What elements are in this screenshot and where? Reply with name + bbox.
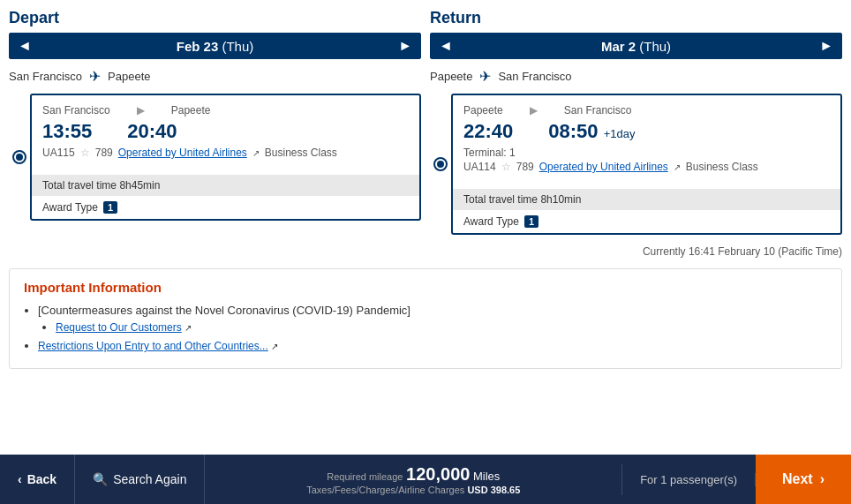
return-dep-time: 22:40: [463, 120, 513, 143]
depart-flight-times: 13:55 20:40: [42, 120, 409, 143]
depart-flight-info: UA115 ☆ 789 Operated by United Airlines …: [42, 147, 409, 159]
depart-cities-header: San Francisco ▶ Papeete: [42, 104, 409, 117]
depart-arrow-thin: ▶: [137, 104, 145, 117]
return-award-type-row: Award Type 1: [453, 210, 840, 233]
return-to-label: San Francisco: [564, 104, 632, 117]
depart-flight-wrapper: San Francisco ▶ Papeete 13:55 20:40 UA11…: [9, 94, 421, 221]
restrictions-link[interactable]: Restrictions Upon Entry to and Other Cou…: [38, 340, 268, 352]
important-sub-list: Request to Our Customers ↗: [38, 320, 827, 334]
return-radio-inner: [437, 161, 444, 168]
return-travel-time: 8h10min: [540, 193, 581, 206]
return-award-type-label: Award Type: [463, 215, 519, 228]
return-travel-time-label: Total travel time: [463, 193, 538, 206]
timestamp: Currently 16:41 February 10 (Pacific Tim…: [9, 242, 842, 261]
important-section: Important Information [Countermeasures a…: [9, 268, 842, 369]
return-arr-suffix: +1day: [604, 127, 636, 140]
return-next-date-button[interactable]: ►: [810, 33, 842, 59]
depart-section: Depart ◄ Feb 23 (Thu) ► San Francisco ✈ …: [9, 9, 421, 235]
important-title: Important Information: [24, 280, 827, 295]
depart-flight-card-inner: San Francisco ▶ Papeete 13:55 20:40 UA11…: [32, 95, 419, 171]
return-cabin-class: Business Class: [686, 161, 758, 173]
depart-day: (Thu): [222, 39, 253, 54]
return-radio-col[interactable]: [430, 157, 451, 171]
list-item: Request to Our Customers ↗: [56, 320, 827, 334]
important-item-1-text: [Countermeasures against the Novel Coron…: [38, 304, 410, 317]
return-to-city: San Francisco: [498, 70, 571, 83]
depart-travel-time-label: Total travel time: [42, 179, 117, 192]
return-award-badge: 1: [524, 215, 538, 228]
return-flight-info: UA114 ☆ 789 Operated by United Airlines …: [463, 161, 830, 173]
depart-flight-card[interactable]: San Francisco ▶ Papeete 13:55 20:40 UA11…: [30, 94, 421, 221]
depart-star-icon: ☆: [80, 147, 90, 159]
depart-dep-time: 13:55: [42, 120, 92, 143]
return-external-link-icon: ↗: [674, 162, 681, 172]
depart-radio-inner: [16, 154, 23, 161]
return-radio[interactable]: [433, 157, 448, 171]
return-flight-card[interactable]: Papeete ▶ San Francisco 22:40 08:50 +1da…: [451, 94, 842, 235]
depart-to-label: Papeete: [171, 104, 211, 117]
depart-miles: 789: [95, 147, 113, 159]
depart-next-date-button[interactable]: ►: [389, 33, 421, 59]
return-day: (Thu): [639, 39, 671, 54]
depart-external-link-icon: ↗: [252, 148, 260, 158]
depart-flight-number: UA115: [42, 147, 75, 159]
depart-travel-time-row: Total travel time 8h45min: [32, 175, 419, 196]
return-terminal: Terminal: 1: [463, 147, 830, 159]
external-link-icon-2: ↗: [185, 323, 192, 333]
return-title: Return: [430, 9, 842, 27]
depart-date-nav: ◄ Feb 23 (Thu) ►: [9, 33, 421, 59]
depart-arr-time: 20:40: [127, 120, 177, 143]
return-date-display: Mar 2 (Thu): [462, 34, 810, 59]
return-operated-by-link[interactable]: Operated by United Airlines: [539, 161, 668, 173]
depart-award-badge: 1: [103, 201, 117, 214]
return-flight-card-inner: Papeete ▶ San Francisco 22:40 08:50 +1da…: [453, 95, 840, 185]
return-flight-wrapper: Papeete ▶ San Francisco 22:40 08:50 +1da…: [430, 94, 842, 235]
request-customers-link[interactable]: Request to Our Customers: [56, 321, 182, 334]
important-list: [Countermeasures against the Novel Coron…: [24, 304, 827, 352]
list-item: [Countermeasures against the Novel Coron…: [38, 304, 827, 334]
return-plane-icon: ✈: [479, 68, 491, 85]
depart-plane-icon: ✈: [89, 68, 101, 85]
return-date: Mar 2: [601, 39, 636, 54]
depart-route-bar: San Francisco ✈ Papeete: [9, 64, 421, 88]
depart-award-type-label: Award Type: [42, 201, 98, 214]
return-cities-header: Papeete ▶ San Francisco: [463, 104, 830, 117]
return-route-bar: Papeete ✈ San Francisco: [430, 64, 842, 88]
depart-radio-col[interactable]: [9, 150, 30, 164]
return-star-icon: ☆: [501, 161, 511, 173]
depart-date: Feb 23: [177, 39, 219, 54]
return-from-city: Papeete: [430, 70, 472, 83]
depart-date-display: Feb 23 (Thu): [41, 34, 389, 59]
list-item: Restrictions Upon Entry to and Other Cou…: [38, 339, 827, 352]
depart-radio[interactable]: [12, 150, 26, 164]
return-travel-time-row: Total travel time 8h10min: [453, 189, 840, 210]
depart-travel-time: 8h45min: [119, 179, 160, 192]
return-from-label: Papeete: [463, 104, 503, 117]
return-arr-time: 08:50 +1day: [548, 120, 635, 143]
depart-to-city: Papeete: [108, 70, 150, 83]
depart-prev-date-button[interactable]: ◄: [9, 33, 41, 59]
depart-operated-by-link[interactable]: Operated by United Airlines: [118, 147, 247, 159]
external-link-icon-3: ↗: [271, 342, 278, 351]
depart-from-label: San Francisco: [42, 104, 110, 117]
return-section: Return ◄ Mar 2 (Thu) ► Papeete ✈ San Fra…: [430, 9, 842, 235]
return-flight-times: 22:40 08:50 +1day: [463, 120, 830, 143]
return-miles: 789: [516, 161, 534, 173]
depart-from-city: San Francisco: [9, 70, 82, 83]
depart-title: Depart: [9, 9, 421, 27]
depart-award-type-row: Award Type 1: [32, 196, 419, 219]
return-prev-date-button[interactable]: ◄: [430, 33, 462, 59]
return-arrow-thin: ▶: [530, 104, 538, 117]
depart-cabin-class: Business Class: [265, 147, 337, 159]
return-date-nav: ◄ Mar 2 (Thu) ►: [430, 33, 842, 59]
return-flight-number: UA114: [463, 161, 496, 173]
